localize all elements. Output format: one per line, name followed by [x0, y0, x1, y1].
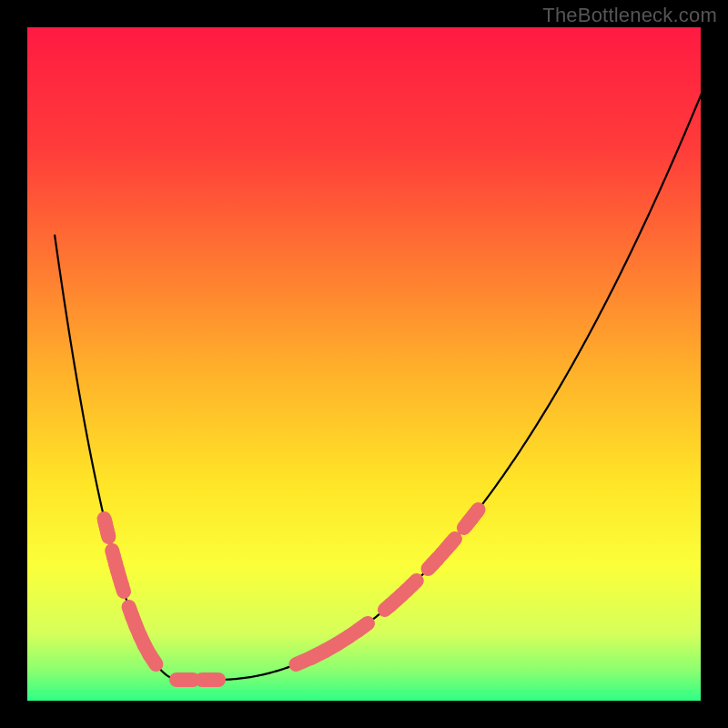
plot-area: [27, 27, 701, 701]
outer-black-frame: TheBottleneck.com: [0, 0, 728, 728]
gradient-background: [27, 27, 701, 701]
bottleneck-chart-svg: [27, 27, 701, 701]
marker-segment: [108, 534, 109, 537]
marker-segment: [428, 564, 432, 570]
watermark-text: TheBottleneck.com: [542, 4, 717, 27]
marker-segment: [122, 585, 124, 592]
marker-segment: [464, 525, 467, 528]
marker-segment: [296, 658, 311, 665]
marker-segment: [385, 605, 390, 610]
marker-segment: [150, 655, 157, 665]
